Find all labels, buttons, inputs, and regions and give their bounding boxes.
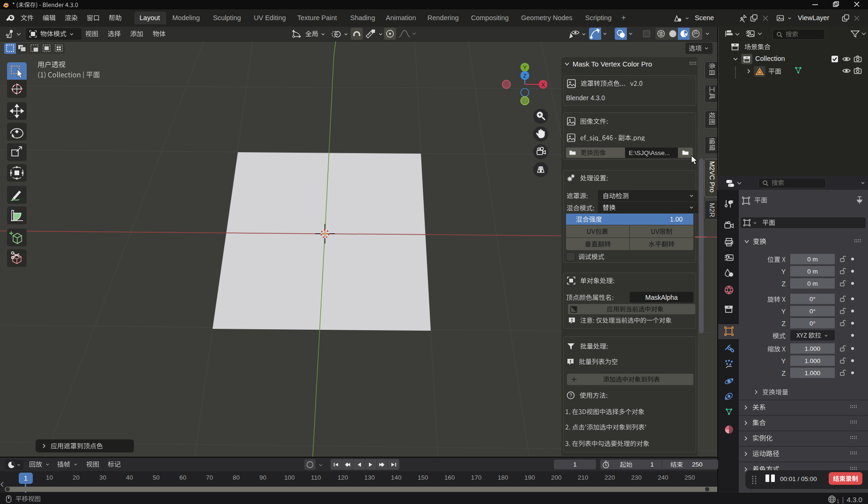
svg-text:Z: Z — [523, 73, 526, 79]
svg-text:X: X — [541, 82, 545, 88]
svg-text:?: ? — [569, 393, 572, 398]
svg-text:Y: Y — [523, 65, 527, 70]
